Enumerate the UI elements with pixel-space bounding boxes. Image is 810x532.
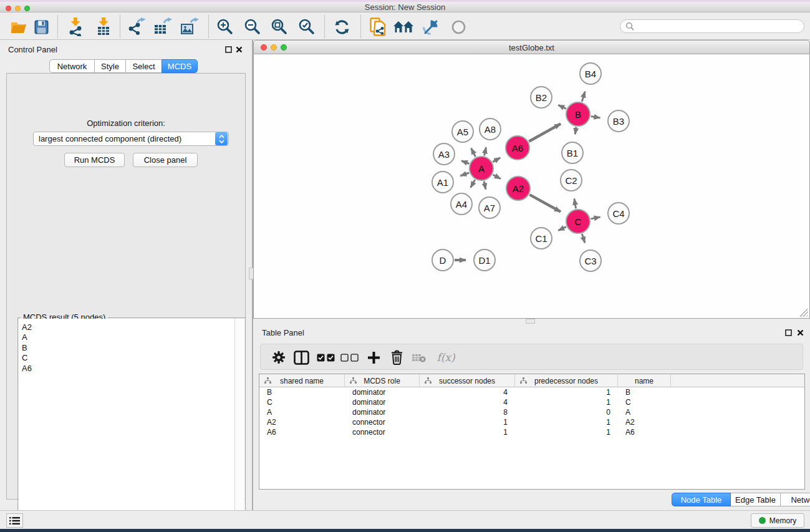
cell-predecessor-nodes[interactable]: 1 xyxy=(515,427,618,437)
cell-shared-name[interactable]: A xyxy=(259,407,345,417)
edge-C-C3[interactable] xyxy=(582,234,585,243)
graph-node-B1[interactable]: B1 xyxy=(561,142,584,164)
network-canvas[interactable]: B4B2BB3B1A5A8A6A3AA1A2C2A4A7CC4C1C3DD1 xyxy=(253,54,810,319)
horizontal-splitter-grip[interactable] xyxy=(526,319,535,324)
edge-C-C1[interactable] xyxy=(558,227,566,231)
cell-predecessor-nodes[interactable]: 1 xyxy=(515,387,618,397)
select-all-columns-icon[interactable] xyxy=(316,347,335,367)
network-window-titlebar[interactable]: testGlobe.txt xyxy=(253,40,810,54)
import-table-icon[interactable] xyxy=(93,17,114,37)
edge-A-A4[interactable] xyxy=(471,180,475,188)
graph-node-A2[interactable]: A2 xyxy=(506,176,531,201)
edge-B-B1[interactable] xyxy=(575,127,576,135)
graph-node-A7[interactable]: A7 xyxy=(478,196,501,219)
result-item-a[interactable]: A xyxy=(22,332,234,342)
delete-columns-icon[interactable] xyxy=(387,347,407,367)
node-table[interactable]: shared nameMCDS rolesuccessor nodesprede… xyxy=(259,374,805,490)
cell-shared-name[interactable]: A2 xyxy=(259,417,345,427)
result-item-b[interactable]: B xyxy=(22,343,234,353)
result-item-c[interactable]: C xyxy=(22,353,234,363)
cell-MCDS-role[interactable]: dominator xyxy=(345,387,420,397)
cell-successor-nodes[interactable]: 1 xyxy=(420,417,515,427)
edge-A2-C[interactable] xyxy=(529,195,561,211)
graph-node-D1[interactable]: D1 xyxy=(473,249,496,271)
export-network-icon[interactable] xyxy=(126,17,147,37)
memory-button[interactable]: Memory xyxy=(751,513,804,528)
graph-node-A5[interactable]: A5 xyxy=(451,120,474,143)
mcds-result-list[interactable]: A2ABCA6 xyxy=(19,319,234,530)
result-scrollbar[interactable] xyxy=(234,319,244,530)
close-panel-button[interactable]: Close panel xyxy=(133,153,198,167)
import-network-icon[interactable] xyxy=(65,17,86,37)
table-row[interactable]: Adominator80A xyxy=(259,407,804,417)
cell-MCDS-role[interactable]: connector xyxy=(345,427,420,437)
export-image-icon[interactable] xyxy=(179,17,200,37)
graph-node-A[interactable]: A xyxy=(469,156,494,181)
tab-network[interactable]: Network xyxy=(49,59,95,73)
arrange-windows-icon[interactable] xyxy=(393,17,414,37)
cell-name[interactable]: A6 xyxy=(618,427,671,437)
cell-shared-name[interactable]: C xyxy=(259,397,345,407)
cell-name[interactable]: A2 xyxy=(618,417,671,427)
search-input[interactable] xyxy=(620,19,804,33)
table-row[interactable]: Bdominator41B xyxy=(259,387,804,397)
cell-MCDS-role[interactable]: connector xyxy=(345,417,420,427)
zoom-selected-icon[interactable] xyxy=(296,17,317,37)
graph-node-B2[interactable]: B2 xyxy=(530,86,552,109)
graph-node-B4[interactable]: B4 xyxy=(579,62,602,85)
cell-successor-nodes[interactable]: 8 xyxy=(420,407,515,417)
graph-node-C[interactable]: C xyxy=(566,209,591,234)
tab-network-table[interactable]: Network Table xyxy=(780,493,810,506)
edge-A-A8[interactable] xyxy=(485,147,486,155)
show-columns-icon[interactable] xyxy=(291,347,311,367)
column-header-successor-nodes[interactable]: successor nodes xyxy=(420,374,515,387)
tab-edge-table[interactable]: Edge Table xyxy=(730,493,781,506)
criterion-select[interactable]: largest connected component (directed) xyxy=(33,132,229,146)
cell-predecessor-nodes[interactable]: 1 xyxy=(515,397,618,407)
column-header-predecessor-nodes[interactable]: predecessor nodes xyxy=(515,374,618,387)
float-panel-icon[interactable] xyxy=(224,46,232,53)
cell-predecessor-nodes[interactable]: 1 xyxy=(515,417,618,427)
edge-C-C2[interactable] xyxy=(574,199,576,209)
tab-style[interactable]: Style xyxy=(94,59,126,73)
task-history-button[interactable] xyxy=(6,513,23,528)
export-table-icon[interactable] xyxy=(152,17,173,37)
graph-node-A3[interactable]: A3 xyxy=(433,143,455,165)
create-column-icon[interactable] xyxy=(364,347,383,367)
toggle-graphics-details-icon[interactable] xyxy=(420,17,441,37)
zoom-fit-icon[interactable] xyxy=(269,17,290,37)
edge-B-B2[interactable] xyxy=(558,105,566,109)
edge-A-A7[interactable] xyxy=(484,181,486,190)
cell-successor-nodes[interactable]: 4 xyxy=(420,387,515,397)
close-panel-icon[interactable] xyxy=(235,46,243,53)
graph-node-C2[interactable]: C2 xyxy=(560,169,582,191)
cell-name[interactable]: C xyxy=(618,397,671,407)
tab-node-table[interactable]: Node Table xyxy=(672,493,731,506)
refresh-layout-icon[interactable] xyxy=(331,17,352,37)
graph-node-A6[interactable]: A6 xyxy=(505,135,530,160)
graph-node-B[interactable]: B xyxy=(566,102,591,127)
zoom-in-icon[interactable] xyxy=(215,17,236,37)
search-field[interactable] xyxy=(637,22,804,31)
graph-node-B3[interactable]: B3 xyxy=(607,110,630,132)
clone-network-icon[interactable] xyxy=(367,17,388,37)
table-row[interactable]: Cdominator41C xyxy=(259,397,804,407)
edge-C-C4[interactable] xyxy=(591,217,600,219)
graph-node-C1[interactable]: C1 xyxy=(530,227,552,249)
column-header-name[interactable]: name xyxy=(618,374,671,387)
edge-A-A6[interactable] xyxy=(493,158,500,162)
result-item-a6[interactable]: A6 xyxy=(22,364,234,374)
cell-shared-name[interactable]: B xyxy=(259,387,345,397)
graph-node-C3[interactable]: C3 xyxy=(579,249,602,272)
edge-A6-B[interactable] xyxy=(529,124,561,142)
graph-node-A1[interactable]: A1 xyxy=(432,171,454,193)
run-mcds-button[interactable]: Run MCDS xyxy=(64,153,125,167)
deselect-all-columns-icon[interactable] xyxy=(339,347,359,367)
edge-B-B3[interactable] xyxy=(591,117,600,118)
cell-MCDS-role[interactable]: dominator xyxy=(345,397,420,407)
close-table-panel-icon[interactable] xyxy=(796,329,804,336)
cell-name[interactable]: B xyxy=(618,387,671,397)
graph-node-D[interactable]: D xyxy=(432,249,454,271)
graph-node-A8[interactable]: A8 xyxy=(479,118,501,140)
table-row[interactable]: A6connector11A6 xyxy=(259,427,804,437)
